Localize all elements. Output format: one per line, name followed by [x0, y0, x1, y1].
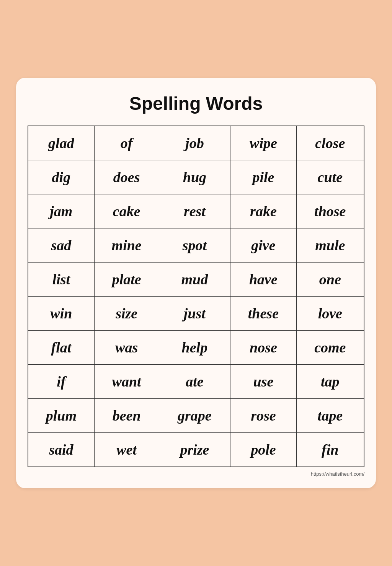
table-cell: love [296, 297, 364, 331]
table-cell: of [94, 126, 159, 160]
table-cell: just [159, 297, 230, 331]
table-cell: cute [296, 160, 364, 194]
spelling-table: gladofjobwipeclosedigdoeshugpilecutejamc… [28, 126, 364, 467]
table-cell: dig [28, 160, 94, 194]
table-cell: wipe [230, 126, 296, 160]
footer-url: https://whatistheurl.com/ [28, 471, 364, 477]
table-row: gladofjobwipeclose [28, 126, 364, 160]
table-row: digdoeshugpilecute [28, 160, 364, 194]
table-cell: grape [159, 399, 230, 433]
table-cell: pile [230, 160, 296, 194]
table-cell: mine [94, 228, 159, 263]
table-cell: one [296, 263, 364, 297]
table-cell: tape [296, 399, 364, 433]
table-cell: mule [296, 228, 364, 263]
table-cell: spot [159, 228, 230, 263]
table-cell: rose [230, 399, 296, 433]
table-cell: tap [296, 365, 364, 399]
table-cell: ate [159, 365, 230, 399]
card: Spelling Words gladofjobwipeclosedigdoes… [16, 78, 376, 488]
table-cell: sad [28, 228, 94, 263]
table-cell: fin [296, 433, 364, 467]
table-cell: hug [159, 160, 230, 194]
table-cell: been [94, 399, 159, 433]
table-cell: glad [28, 126, 94, 160]
table-row: plumbeengraperosetape [28, 399, 364, 433]
table-cell: was [94, 331, 159, 365]
table-row: jamcakerestrakethose [28, 194, 364, 228]
table-cell: these [230, 297, 296, 331]
table-cell: close [296, 126, 364, 160]
table-cell: rake [230, 194, 296, 228]
table-row: flatwashelpnosecome [28, 331, 364, 365]
table-cell: jam [28, 194, 94, 228]
table-row: winsizejusttheselove [28, 297, 364, 331]
table-cell: wet [94, 433, 159, 467]
table-cell: plate [94, 263, 159, 297]
table-cell: rest [159, 194, 230, 228]
table-row: sadminespotgivemule [28, 228, 364, 263]
table-cell: nose [230, 331, 296, 365]
table-cell: if [28, 365, 94, 399]
table-cell: does [94, 160, 159, 194]
table-cell: use [230, 365, 296, 399]
table-cell: those [296, 194, 364, 228]
table-cell: pole [230, 433, 296, 467]
table-cell: give [230, 228, 296, 263]
table-cell: mud [159, 263, 230, 297]
table-cell: prize [159, 433, 230, 467]
table-cell: cake [94, 194, 159, 228]
table-row: saidwetprizepolefin [28, 433, 364, 467]
table-row: ifwantateusetap [28, 365, 364, 399]
table-row: listplatemudhaveone [28, 263, 364, 297]
table-cell: job [159, 126, 230, 160]
table-cell: want [94, 365, 159, 399]
table-cell: have [230, 263, 296, 297]
table-cell: come [296, 331, 364, 365]
table-cell: flat [28, 331, 94, 365]
table-cell: plum [28, 399, 94, 433]
page-title: Spelling Words [28, 93, 364, 114]
table-cell: size [94, 297, 159, 331]
table-cell: help [159, 331, 230, 365]
table-cell: win [28, 297, 94, 331]
table-cell: said [28, 433, 94, 467]
table-cell: list [28, 263, 94, 297]
